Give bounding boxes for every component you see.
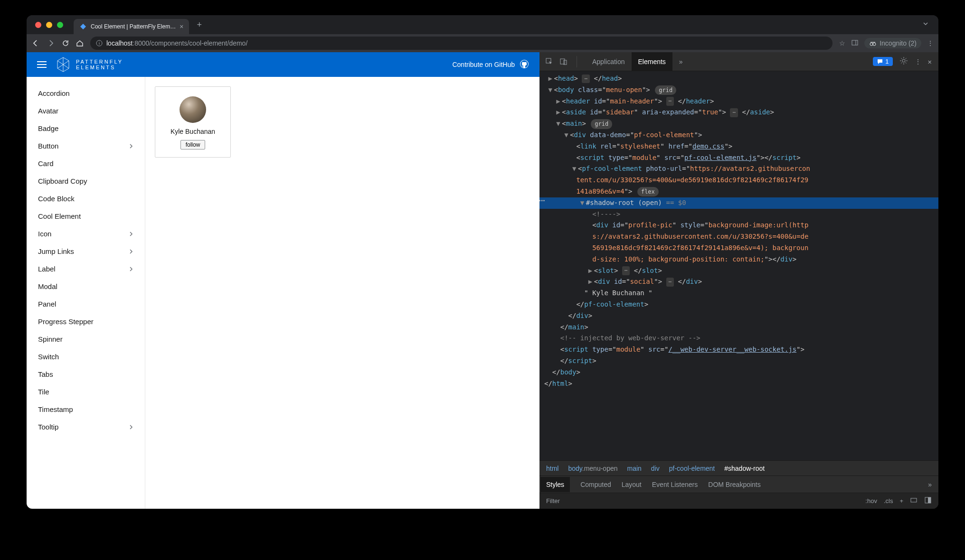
star-icon[interactable]: ☆ [839, 39, 845, 47]
sidebar-item[interactable]: Icon [27, 225, 145, 243]
browser-tab[interactable]: Cool Element | PatternFly Elem… × [74, 19, 189, 34]
window-minimize-icon[interactable] [46, 22, 52, 28]
brand[interactable]: PATTERNFLY ELEMENTS [56, 56, 123, 73]
inspect-icon[interactable] [545, 57, 554, 66]
close-icon[interactable]: ✕ [928, 58, 932, 65]
brand-logo-icon [56, 56, 70, 73]
sidebar-item-label: Card [38, 159, 54, 168]
new-tab-icon[interactable]: + [197, 20, 202, 30]
incognito-icon [869, 39, 877, 47]
chevron-right-icon [129, 265, 133, 273]
color-format-icon[interactable] [910, 496, 918, 505]
sidebar-item[interactable]: Spinner [27, 330, 145, 348]
tab-computed[interactable]: Computed [580, 481, 611, 488]
sidebar-item[interactable]: Badge [27, 120, 145, 137]
add-rule-icon[interactable]: + [899, 497, 903, 504]
svg-point-10 [902, 59, 905, 62]
panel-icon[interactable] [851, 39, 859, 48]
sidebar-item-label: Tabs [38, 370, 53, 378]
cls-toggle[interactable]: .cls [884, 497, 893, 504]
sidebar-item[interactable]: Button [27, 137, 145, 155]
sidebar-item-label: Spinner [38, 335, 63, 343]
svg-rect-2 [852, 40, 858, 45]
devtools-tabbar: Application Elements » 1 ⋮ ✕ [539, 52, 938, 71]
sidebar-item[interactable]: Label [27, 260, 145, 278]
browser-window: Cool Element | PatternFly Elem… × + loca… [27, 15, 938, 509]
incognito-badge[interactable]: Incognito (2) [864, 38, 921, 48]
breadcrumb-item[interactable]: #shadow-root [724, 465, 765, 472]
menu-toggle-icon[interactable] [37, 61, 47, 68]
tab-close-icon[interactable]: × [180, 23, 183, 30]
sidebar-item[interactable]: Timestamp [27, 401, 145, 418]
computed-panel-icon[interactable] [924, 496, 932, 505]
breadcrumb-item[interactable]: div [651, 465, 660, 472]
svg-rect-11 [911, 498, 917, 502]
filter-input[interactable]: Filter [546, 497, 860, 504]
sidebar-item-label: Avatar [38, 107, 58, 115]
sidebar-item[interactable]: Tooltip [27, 418, 145, 436]
sidebar-item[interactable]: Cool Element [27, 207, 145, 225]
svg-marker-0 [80, 24, 86, 29]
breadcrumb-item[interactable]: pf-cool-element [669, 465, 715, 472]
tabs-overflow-icon[interactable]: » [672, 52, 690, 71]
tab-event-listeners[interactable]: Event Listeners [652, 481, 698, 488]
chevron-right-icon [129, 230, 133, 238]
sidebar-item[interactable]: Avatar [27, 102, 145, 120]
sidebar-item[interactable]: Panel [27, 295, 145, 313]
hov-toggle[interactable]: :hov [865, 497, 877, 504]
issues-badge[interactable]: 1 [873, 57, 892, 66]
breadcrumb-item[interactable]: html [546, 465, 558, 472]
home-icon[interactable] [76, 39, 84, 47]
reload-icon[interactable] [62, 39, 69, 47]
sidebar-item[interactable]: Tile [27, 383, 145, 401]
github-icon[interactable] [520, 59, 529, 70]
kebab-icon[interactable]: ⋮ [915, 58, 921, 65]
sidebar-item-label: Progress Stepper [38, 317, 94, 326]
tab-application[interactable]: Application [586, 52, 632, 71]
dom-tree[interactable]: ▶<head> ⋯ </head> ▼<body class="menu-ope… [539, 71, 938, 460]
sidebar-item[interactable]: Modal [27, 278, 145, 295]
window-maximize-icon[interactable] [57, 22, 63, 28]
site-info-icon[interactable] [96, 40, 103, 47]
url-field[interactable]: localhost:8000/components/cool-element/d… [90, 37, 833, 50]
chat-icon [877, 58, 883, 65]
breadcrumb: html body.menu-open main div pf-cool-ele… [539, 460, 938, 476]
contribute-link[interactable]: Contribute on GitHub [452, 61, 515, 68]
sidebar-item-label: Tile [38, 388, 49, 396]
styles-overflow-icon[interactable]: » [928, 481, 932, 488]
tab-bar: Cool Element | PatternFly Elem… × + [27, 15, 938, 34]
styles-filter-row: Filter :hov .cls + [539, 493, 938, 509]
sidebar-item[interactable]: Jump Links [27, 243, 145, 260]
chevron-right-icon [129, 142, 133, 150]
page-header: PATTERNFLY ELEMENTS Contribute on GitHub [27, 52, 539, 77]
sidebar-item[interactable]: Switch [27, 348, 145, 365]
sidebar-item[interactable]: Clipboard Copy [27, 172, 145, 190]
follow-button[interactable]: follow [180, 140, 206, 149]
page-content: PATTERNFLY ELEMENTS Contribute on GitHub… [27, 52, 539, 509]
traffic-lights [31, 22, 74, 28]
sidebar-item-label: Timestamp [38, 405, 73, 413]
sidebar-item-label: Switch [38, 353, 59, 361]
tab-styles[interactable]: Styles [540, 477, 570, 492]
breadcrumb-item[interactable]: main [627, 465, 642, 472]
sidebar-item[interactable]: Code Block [27, 190, 145, 207]
chevron-down-icon[interactable] [922, 20, 934, 29]
window-close-icon[interactable] [35, 22, 41, 28]
kebab-menu-icon[interactable]: ⋮ [927, 39, 934, 47]
tab-layout[interactable]: Layout [622, 481, 642, 488]
sidebar-item-label: Panel [38, 300, 56, 308]
sidebar-item[interactable]: Card [27, 155, 145, 172]
breadcrumb-item[interactable]: body.menu-open [568, 465, 617, 472]
back-icon[interactable] [31, 39, 40, 47]
sidebar-item-label: Jump Links [38, 247, 74, 255]
device-icon[interactable] [559, 57, 568, 66]
sidebar-item[interactable]: Tabs [27, 365, 145, 383]
tab-elements[interactable]: Elements [632, 52, 672, 71]
devtools: Application Elements » 1 ⋮ ✕ ▶<head> ⋯ <… [539, 52, 938, 509]
forward-icon[interactable] [47, 39, 55, 47]
svg-rect-13 [928, 497, 931, 503]
tab-dom-breakpoints[interactable]: DOM Breakpoints [708, 481, 760, 488]
sidebar-item[interactable]: Accordion [27, 84, 145, 102]
sidebar-item[interactable]: Progress Stepper [27, 313, 145, 330]
gear-icon[interactable] [899, 56, 908, 66]
